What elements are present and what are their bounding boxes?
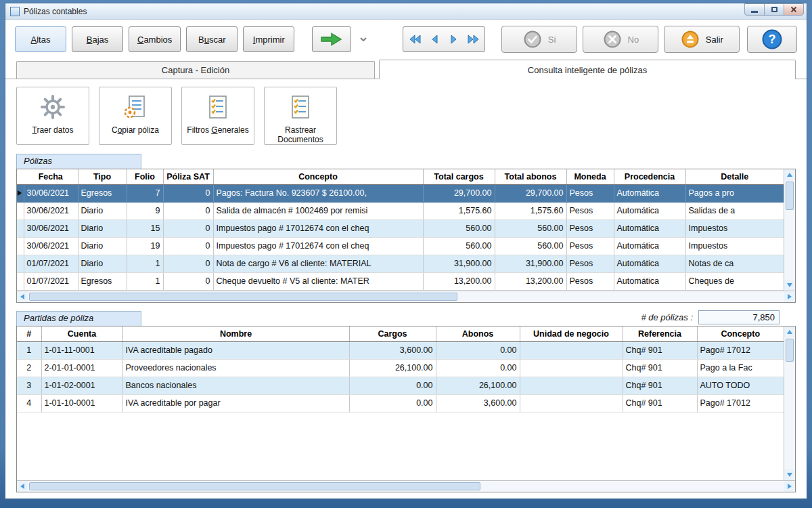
cell-abonos: 3,600.00 (436, 394, 520, 412)
no-button[interactable]: No (583, 26, 658, 53)
col-unidad-negocio[interactable]: Unidad de negocio (520, 326, 623, 341)
col-cargos[interactable]: Cargos (349, 326, 436, 341)
minimize-button[interactable] (744, 3, 765, 16)
poliza-row[interactable]: 01/07/2021 Diario 1 0 Nota de cargo # V6… (17, 255, 784, 272)
partida-row[interactable]: 4 1-01-10-0001 IVA acreditable por pagar… (17, 394, 784, 412)
cell-fecha: 30/06/2021 (24, 184, 78, 202)
cell-total-cargos: 29,700.00 (423, 184, 495, 202)
poliza-row[interactable]: 30/06/2021 Diario 9 0 Salida de almacén … (17, 202, 784, 219)
partida-row[interactable]: 2 2-01-01-0001 Proveedores nacionales 26… (17, 359, 784, 377)
col-total-cargos[interactable]: Total cargos (423, 169, 495, 184)
previous-record-button[interactable] (426, 30, 443, 48)
imprimir-button[interactable]: Imprimir (243, 26, 294, 52)
tab-captura-edicion[interactable]: Captura - Edición (16, 61, 375, 79)
col-referencia[interactable]: Referencia (623, 326, 697, 341)
cell-fecha: 30/06/2021 (24, 219, 78, 237)
scroll-left-button[interactable] (17, 481, 28, 492)
col-concepto[interactable]: Concepto (213, 169, 423, 184)
scroll-thumb[interactable] (29, 482, 480, 490)
col-nombre[interactable]: Nombre (122, 326, 349, 341)
scroll-down-button[interactable] (784, 280, 795, 291)
cell-nombre: IVA acreditable por pagar (122, 394, 349, 412)
cell-concepto: Cheque devuelto # V5 al cliente: MATER (213, 272, 423, 290)
cell-procedencia: Automática (614, 202, 685, 219)
next-record-button[interactable] (446, 30, 462, 48)
cell-poliza-sat: 0 (163, 184, 213, 202)
bajas-button[interactable]: Bajas (72, 26, 123, 52)
rastrear-documentos-button[interactable]: RastrearDocumentos (264, 87, 337, 145)
tab-consulta-inteligente[interactable]: Consulta inteligente de pólizas (379, 60, 796, 79)
partida-row[interactable]: 1 1-01-11-0001 IVA acreditable pagado 3,… (17, 341, 784, 359)
poliza-row[interactable]: 01/07/2021 Egresos 1 0 Cheque devuelto #… (17, 272, 784, 290)
cell-moneda: Pesos (566, 184, 614, 202)
scroll-right-button[interactable] (784, 481, 795, 492)
scroll-right-button[interactable] (784, 291, 795, 302)
col-total-abonos[interactable]: Total abonos (495, 169, 566, 184)
poliza-row[interactable]: 30/06/2021 Diario 19 0 Impuestos pago # … (17, 237, 784, 255)
poliza-row[interactable]: 30/06/2021 Diario 15 0 Impuestos pago # … (17, 219, 784, 237)
traer-datos-button[interactable]: Traer datos (16, 87, 89, 145)
execute-button[interactable] (312, 26, 351, 52)
current-row-marker (17, 219, 24, 237)
buscar-button[interactable]: Buscar (186, 26, 238, 52)
altas-button[interactable]: Altas (15, 26, 66, 52)
col-procedencia[interactable]: Procedencia (614, 169, 685, 184)
cell-tipo: Egresos (78, 184, 127, 202)
maximize-icon (771, 7, 777, 12)
col-cuenta[interactable]: Cuenta (41, 326, 122, 341)
cell-cuenta: 1-01-02-0001 (41, 377, 122, 394)
scroll-left-button[interactable] (17, 291, 28, 302)
col-fecha[interactable]: Fecha (24, 169, 78, 184)
col-num[interactable]: # (17, 326, 41, 341)
col-moneda[interactable]: Moneda (566, 169, 614, 184)
maximize-button[interactable] (764, 3, 784, 16)
col-poliza-sat[interactable]: Póliza SAT (163, 169, 213, 184)
scroll-up-button[interactable] (784, 326, 795, 337)
cell-cargos: 0.00 (349, 377, 436, 394)
col-folio[interactable]: Folio (127, 169, 163, 184)
salir-button[interactable]: Salir (664, 26, 740, 53)
cell-poliza-sat: 0 (163, 219, 213, 237)
cell-detalle: Impuestos (685, 237, 784, 255)
cell-poliza-sat: 0 (163, 255, 213, 272)
cell-concepto: Pago# 17012 (697, 394, 784, 412)
close-button[interactable] (784, 3, 804, 16)
arrow-down-icon (787, 473, 792, 477)
scroll-thumb[interactable] (29, 293, 457, 301)
filtros-generales-button[interactable]: Filtros Generales (181, 87, 254, 145)
cell-folio: 1 (127, 255, 163, 272)
last-record-button[interactable] (466, 30, 482, 48)
check-circle-icon (523, 30, 542, 49)
scroll-thumb[interactable] (786, 182, 794, 210)
cell-num: 1 (17, 341, 41, 359)
execute-dropdown-button[interactable] (357, 26, 370, 52)
help-button[interactable]: ? (747, 26, 797, 53)
polizas-section-tab[interactable]: Pólizas (16, 154, 141, 169)
first-record-button[interactable] (407, 30, 423, 48)
cell-detalle: Salidas de a (685, 202, 784, 219)
scroll-thumb[interactable] (786, 339, 794, 362)
cell-tipo: Diario (78, 202, 127, 219)
col-abonos[interactable]: Abonos (436, 326, 520, 341)
cell-total-cargos: 560.00 (423, 237, 495, 255)
col-detalle[interactable]: Detalle (685, 169, 784, 184)
cell-fecha: 01/07/2021 (24, 272, 78, 290)
cell-unidad-negocio (520, 377, 623, 394)
partidas-section-tab[interactable]: Partidas de póliza (16, 311, 141, 326)
cell-concepto: Impuestos pago # 17012674 con el cheq (213, 237, 423, 255)
col-tipo[interactable]: Tipo (78, 169, 127, 184)
si-button[interactable]: Sí (501, 26, 577, 53)
scroll-up-button[interactable] (784, 169, 795, 180)
cell-fecha: 30/06/2021 (24, 237, 78, 255)
cell-nombre: IVA acreditable pagado (122, 341, 349, 359)
poliza-row[interactable]: 30/06/2021 Egresos 7 0 Pagos: Factura No… (17, 184, 784, 202)
partida-row[interactable]: 3 1-01-02-0001 Bancos nacionales 0.00 26… (17, 377, 784, 394)
cell-detalle: Cheques de (685, 272, 784, 290)
cell-tipo: Diario (78, 255, 127, 272)
col-concepto[interactable]: Concepto (697, 326, 784, 341)
copiar-poliza-button[interactable]: Copiar póliza (99, 87, 172, 145)
cambios-button[interactable]: Cambios (129, 26, 181, 52)
cell-total-cargos: 31,900.00 (423, 255, 495, 272)
window-frame: Pólizas contables Altas Bajas Cambios Bu… (0, 0, 812, 508)
scroll-down-button[interactable] (784, 469, 795, 480)
